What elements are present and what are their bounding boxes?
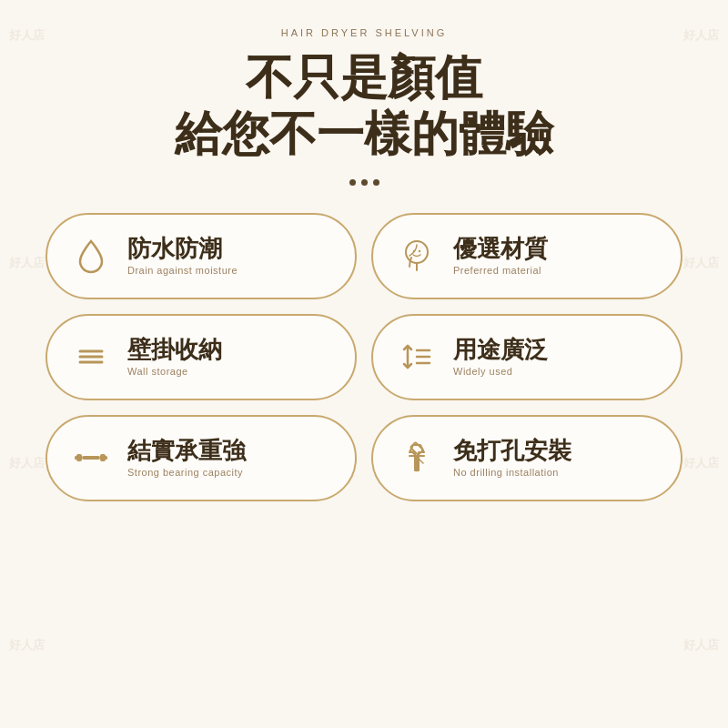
watermark: 好人店 xyxy=(9,255,45,271)
main-title-line2: 給您不一樣的體驗 xyxy=(175,106,553,162)
feature-subtitle-wall-storage: Wall storage xyxy=(127,366,222,377)
feature-title-strong: 結實承重強 xyxy=(127,438,246,464)
watermark: 好人店 xyxy=(683,27,719,44)
feature-text-wall-storage: 壁掛收納 Wall storage xyxy=(127,337,222,377)
svg-rect-15 xyxy=(82,456,100,460)
svg-rect-14 xyxy=(104,456,107,460)
features-grid: 防水防潮 Drain against moisture xyxy=(46,213,682,501)
watermark: 好人店 xyxy=(9,455,45,471)
feature-subtitle-widely-used: Widely used xyxy=(453,366,548,377)
water-drop-icon xyxy=(69,234,113,278)
feature-card-widely-used: 用途廣泛 Widely used xyxy=(371,314,682,400)
feature-card-material: 優選材質 Preferred material xyxy=(371,213,682,299)
leaf-icon xyxy=(395,234,439,278)
feature-subtitle-no-drill: No drilling installation xyxy=(453,467,571,478)
feature-title-material: 優選材質 xyxy=(453,236,548,262)
feature-text-widely-used: 用途廣泛 Widely used xyxy=(453,337,548,377)
subtitle: HAIR DRYER SHELVING xyxy=(281,27,448,38)
feature-title-widely-used: 用途廣泛 xyxy=(453,337,548,363)
watermark: 好人店 xyxy=(9,27,45,44)
feature-text-waterproof: 防水防潮 Drain against moisture xyxy=(127,236,238,276)
dumbbell-icon xyxy=(69,436,113,480)
feature-text-no-drill: 免打孔安裝 No drilling installation xyxy=(453,438,571,478)
arrows-list-icon xyxy=(395,335,439,379)
dot-2 xyxy=(361,179,368,186)
svg-point-1 xyxy=(413,250,415,252)
feature-title-wall-storage: 壁掛收納 xyxy=(127,337,222,363)
feature-text-material: 優選材質 Preferred material xyxy=(453,236,548,276)
svg-point-2 xyxy=(419,250,420,252)
feature-subtitle-material: Preferred material xyxy=(453,265,548,276)
watermark: 好人店 xyxy=(683,255,719,271)
feature-card-waterproof: 防水防潮 Drain against moisture xyxy=(46,213,357,299)
main-title: 不只是顏值 給您不一樣的體驗 xyxy=(175,49,553,163)
feature-subtitle-strong: Strong bearing capacity xyxy=(127,467,246,478)
feature-title-waterproof: 防水防潮 xyxy=(127,236,238,262)
feature-card-no-drill: 免打孔安裝 No drilling installation xyxy=(371,415,682,501)
dot-3 xyxy=(373,179,379,186)
feature-card-wall-storage: 壁掛收納 Wall storage xyxy=(46,314,357,400)
watermark: 好人店 xyxy=(9,637,45,653)
decorative-dots xyxy=(349,179,379,186)
feature-title-no-drill: 免打孔安裝 xyxy=(453,438,571,464)
feature-text-strong: 結實承重強 Strong bearing capacity xyxy=(127,438,246,478)
main-title-line1: 不只是顏值 xyxy=(175,49,553,106)
dot-1 xyxy=(349,179,356,186)
feature-card-strong: 結實承重強 Strong bearing capacity xyxy=(46,415,357,501)
pin-icon xyxy=(395,436,439,480)
page-container: 好人店 好人店 好人店 好人店 好人店 好人店 好人店 好人店 HAIR DRY… xyxy=(0,0,728,728)
watermark: 好人店 xyxy=(683,455,719,471)
menu-lines-icon xyxy=(69,335,113,379)
svg-rect-12 xyxy=(75,456,78,460)
watermark: 好人店 xyxy=(683,637,719,653)
feature-subtitle-waterproof: Drain against moisture xyxy=(127,265,238,276)
